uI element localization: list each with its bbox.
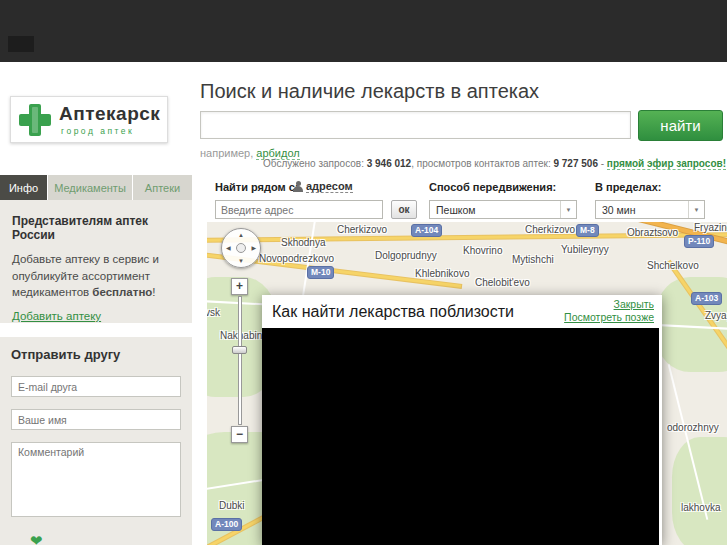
map-road-badge: P-110 <box>684 235 714 248</box>
page-title: Поиск и наличие лекарств в аптеках <box>200 80 539 103</box>
transport-label: Способ передвижения: <box>429 181 556 193</box>
comment-field[interactable] <box>11 442 181 517</box>
map-town-label: Yubileynyy <box>561 244 609 255</box>
transport-value: Пешком <box>436 204 476 216</box>
zoom-slider-handle[interactable] <box>232 346 247 354</box>
stats-separator: - <box>601 158 604 169</box>
map-canvas[interactable]: CherkizovoSkhodnyaNovopodrezkovoDolgopru… <box>207 222 727 545</box>
near-mode-value[interactable]: адресом <box>306 180 353 193</box>
add-pharmacy-link[interactable]: Добавить аптеку <box>12 310 101 322</box>
near-label: Найти рядом с: <box>215 181 299 193</box>
map-pan-control[interactable]: ▲ ▼ ◀ ▶ <box>221 228 261 268</box>
info-heading: Представителям аптек России <box>12 214 180 242</box>
logo-subtitle: город аптек <box>61 126 134 136</box>
tab-pharmacies[interactable]: Аптеки <box>133 175 192 200</box>
map-road-badge: A-104 <box>411 224 442 237</box>
find-button[interactable]: найти <box>638 110 723 141</box>
screen: Аптекарск город аптек Поиск и наличие ле… <box>0 0 727 545</box>
sidebar-info-panel: Представителям аптек России Добавьте апт… <box>0 200 192 323</box>
chevron-down-icon[interactable]: ▼ <box>560 201 576 218</box>
tab-medicines[interactable]: Медикаменты <box>48 175 132 200</box>
map-town-label: vsk <box>207 307 220 318</box>
map-town-label: Dubki <box>219 500 245 511</box>
map-town-label: Nakhabino <box>220 330 268 341</box>
chevron-down-icon[interactable]: ▼ <box>688 201 704 218</box>
stats-served-label: Обслужено запросов: <box>263 158 364 169</box>
send-heading: Отправить другу <box>11 347 181 362</box>
stats-line: Обслужено запросов: 3 946 012, просмотро… <box>263 158 726 169</box>
stats-views-label: , просмотров контактов аптек: <box>411 158 550 169</box>
zoom-out-button[interactable]: − <box>231 426 248 443</box>
map-road-badge: A-103 <box>691 292 722 305</box>
cross-icon <box>18 103 52 137</box>
map-town-label: Chelobit'evo <box>475 277 530 288</box>
friend-email-field[interactable] <box>11 376 181 397</box>
map-town-label: Obraztsovo <box>627 227 678 238</box>
intro-popup: Как найти лекарства поблизости Закрыть П… <box>262 295 662 545</box>
pan-center-icon[interactable] <box>236 243 246 253</box>
your-name-field[interactable] <box>11 409 181 430</box>
stats-served-value: 3 946 012 <box>367 158 412 169</box>
stats-views-value: 9 727 506 <box>553 158 598 169</box>
pan-down-icon[interactable]: ▼ <box>238 258 244 264</box>
person-icon <box>293 181 303 192</box>
popup-title: Как найти лекарства поблизости <box>272 303 514 321</box>
map-town-label: Khovrino <box>463 245 502 256</box>
address-input[interactable] <box>215 200 383 219</box>
map-road-badge: A-100 <box>211 518 242 531</box>
map-town-label: odorozhnyy <box>667 422 719 433</box>
send-to-friend-panel: Отправить другу ❤ <box>0 337 192 545</box>
zoom-slider-track[interactable] <box>238 296 242 425</box>
map-toolbar: Найти рядом с: адресом ок Способ передви… <box>207 176 727 222</box>
map-town-label: Dolgoprudnyy <box>375 250 437 261</box>
info-text-after: ! <box>152 286 155 298</box>
popup-later-link[interactable]: Посмотреть позже <box>564 311 654 323</box>
example-prefix: например, <box>200 147 253 159</box>
top-bar <box>0 0 727 62</box>
logo[interactable]: Аптекарск город аптек <box>10 96 168 143</box>
map-town-label: Skhodnya <box>281 237 325 248</box>
within-label: В пределах: <box>595 181 661 193</box>
map-town-label: Fryazino <box>694 222 727 233</box>
info-text-bold: бесплатно <box>92 286 152 298</box>
popup-video-player[interactable] <box>262 328 659 545</box>
zoom-in-button[interactable]: + <box>231 278 248 295</box>
sidebar-tabs: Инфо Медикаменты Аптеки <box>0 175 192 200</box>
info-text: Добавьте аптеку в сервис и опубликуйте а… <box>12 251 180 301</box>
popup-close-link[interactable]: Закрыть <box>614 298 654 310</box>
map-town-label: Shchelkovo <box>647 260 699 271</box>
map-road-badge: M-10 <box>307 266 334 279</box>
search-input[interactable] <box>200 111 631 139</box>
map-town-label: Zvyag <box>705 310 727 321</box>
ok-button[interactable]: ок <box>391 200 417 219</box>
pan-up-icon[interactable]: ▲ <box>238 232 244 238</box>
logo-title: Аптекарск <box>59 103 160 125</box>
pan-left-icon[interactable]: ◀ <box>226 244 231 251</box>
tab-info[interactable]: Инфо <box>0 175 47 200</box>
pan-right-icon[interactable]: ▶ <box>251 244 256 251</box>
within-dropdown[interactable]: 30 мин ▼ <box>595 200 705 219</box>
map-town-label: Cherkizovo <box>337 224 387 235</box>
live-requests-link[interactable]: прямой эфир запросов! <box>607 158 726 170</box>
heart-icon: ❤ <box>30 532 43 545</box>
within-value: 30 мин <box>602 204 635 216</box>
near-mode-toggle[interactable]: адресом <box>293 180 353 192</box>
map-town-label: Cherkizovo <box>525 224 575 235</box>
header-banner <box>8 36 34 52</box>
map-town-label: Mytishchi <box>512 254 554 265</box>
map-town-label: Khlebnikovo <box>415 268 469 279</box>
transport-dropdown[interactable]: Пешком ▼ <box>429 200 577 219</box>
map-town-label: Novopodrezkovo <box>259 253 334 264</box>
map-road-badge: M-8 <box>576 224 599 237</box>
map-town-label: lakhovka <box>681 502 720 513</box>
